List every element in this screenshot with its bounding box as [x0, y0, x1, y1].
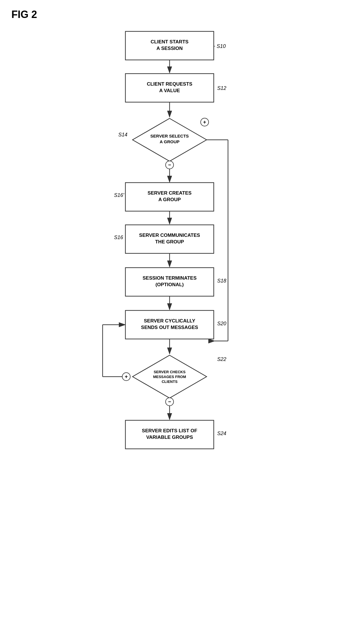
s22-label-line2: MESSAGES FROM [153, 375, 186, 379]
s22-label-line1: SERVER CHECKS [154, 370, 186, 374]
s14-label-line1: SERVER SELECTS [150, 134, 189, 138]
s24-label-line2: VARIABLE GROUPS [146, 435, 193, 440]
s22-label-line3: CLIENTS [162, 379, 178, 384]
s18-label-line1: SESSION TERMINATES [142, 275, 197, 281]
s10-step-label: S10 [217, 43, 226, 49]
s12-label-line1: CLIENT REQUESTS [147, 81, 192, 87]
s10-label-line2: A SESSION [156, 46, 183, 51]
s18-label-line2: (OPTIONAL) [155, 282, 184, 287]
s22-step-label: S22 [217, 356, 226, 362]
s18-step-label: S18 [217, 278, 226, 284]
s16prime-step-label: S16' [114, 192, 124, 198]
s14-plus-symbol: + [203, 119, 206, 125]
s16-label-line2: THE GROUP [155, 239, 184, 245]
s24-label-line1: SERVER EDITS LIST OF [142, 428, 197, 433]
s22-minus-symbol: − [168, 399, 171, 405]
s20-label-line1: SERVER CYCLICALLY [144, 318, 196, 324]
s22-plus-symbol: + [125, 374, 128, 379]
s16prime-label-line1: SERVER CREATES [148, 190, 192, 196]
s16prime-label-line2: A GROUP [158, 197, 181, 202]
s12-step-label: S12 [217, 85, 226, 91]
s14-label-line2: A GROUP [160, 139, 179, 144]
s14-step-label: S14 [118, 132, 127, 138]
s24-step-label: S24 [217, 431, 226, 436]
s16-label-line1: SERVER COMMUNICATES [139, 233, 200, 238]
s10-label-line1: CLIENT STARTS [151, 39, 189, 45]
s16-step-label: S16 [114, 235, 123, 240]
s20-step-label: S20 [217, 321, 226, 326]
s20-label-line2: SENDS OUT MESSAGES [141, 325, 198, 330]
s14-minus-symbol: − [168, 162, 171, 168]
s12-label-line2: A VALUE [159, 88, 180, 93]
